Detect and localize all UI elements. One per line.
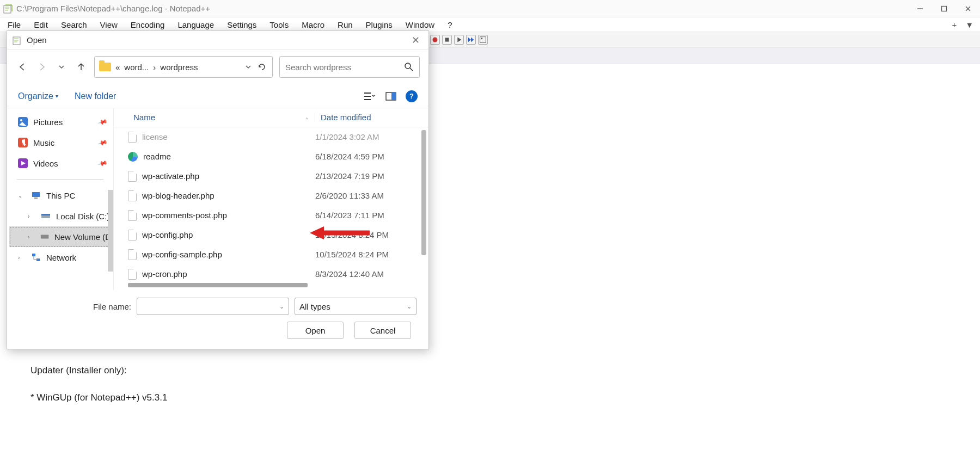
file-icon: [128, 132, 137, 143]
menu-macro[interactable]: Macro: [302, 20, 324, 29]
save-macro-icon[interactable]: [478, 35, 488, 45]
file-list-header[interactable]: Name˄ Date modified: [114, 108, 428, 127]
file-row[interactable]: readme6/18/2024 4:59 PM: [114, 147, 428, 167]
menu-run[interactable]: Run: [338, 20, 353, 29]
menu-help[interactable]: ?: [448, 20, 452, 29]
svg-rect-19: [32, 254, 35, 256]
menu-settings[interactable]: Settings: [227, 20, 256, 29]
file-icon: [128, 171, 137, 182]
recent-locations-button[interactable]: [55, 60, 68, 73]
file-row[interactable]: wp-config.php10/15/2024 8:24 PM: [114, 225, 428, 245]
breadcrumb-seg1[interactable]: word...: [124, 63, 149, 72]
help-button[interactable]: ?: [406, 90, 418, 102]
open-button[interactable]: Open: [287, 322, 344, 339]
menu-search[interactable]: Search: [61, 20, 87, 29]
svg-point-7: [405, 63, 411, 69]
view-layout-button[interactable]: [362, 89, 376, 103]
dialog-title: Open: [27, 35, 47, 45]
file-date: 2/6/2020 11:33 AM: [315, 191, 384, 200]
search-box[interactable]: [279, 56, 420, 78]
preview-pane-button[interactable]: [384, 89, 398, 103]
breadcrumb-seg2[interactable]: wordpress: [160, 63, 198, 72]
address-history-icon[interactable]: [245, 64, 252, 70]
tree-network[interactable]: › Network: [9, 247, 111, 268]
pin-icon: 📌: [97, 137, 108, 148]
nav-tree[interactable]: Pictures📌 Music📌 Videos📌 ⌄ This PC › Loc…: [7, 108, 114, 290]
filename-input[interactable]: ⌄: [137, 298, 289, 315]
tree-cdrive[interactable]: › Local Disk (C:): [9, 206, 111, 226]
file-date: 10/15/2024 8:24 PM: [315, 230, 389, 239]
edge-icon: [128, 152, 138, 162]
file-row[interactable]: wp-cron.php8/3/2024 12:40 AM: [114, 264, 428, 280]
window-title: C:\Program Files\Notepad++\change.log - …: [16, 4, 210, 13]
tree-music[interactable]: Music📌: [9, 132, 111, 153]
menu-edit[interactable]: Edit: [34, 20, 48, 29]
address-bar[interactable]: « word... › wordpress: [94, 56, 273, 78]
file-name: wp-config.php: [142, 230, 193, 239]
cancel-button[interactable]: Cancel: [354, 322, 411, 339]
record-icon[interactable]: [430, 35, 440, 45]
organize-menu[interactable]: Organize▾: [18, 91, 58, 101]
menubar: File Edit Search View Encoding Language …: [0, 17, 980, 32]
svg-rect-14: [32, 192, 40, 197]
breadcrumb-sep-icon: ›: [153, 63, 156, 72]
file-list[interactable]: license1/1/2024 3:02 AMreadme6/18/2024 4…: [114, 127, 428, 280]
window-titlebar: C:\Program Files\Notepad++\change.log - …: [0, 0, 980, 17]
file-row[interactable]: wp-blog-header.php2/6/2020 11:33 AM: [114, 186, 428, 206]
chevron-right-icon[interactable]: ›: [28, 213, 35, 219]
up-button[interactable]: [75, 60, 88, 73]
tree-thispc[interactable]: ⌄ This PC: [9, 185, 111, 206]
file-row[interactable]: license1/1/2024 3:02 AM: [114, 127, 428, 147]
column-date[interactable]: Date modified: [315, 113, 371, 122]
tree-videos[interactable]: Videos📌: [9, 153, 111, 174]
play-icon[interactable]: [454, 35, 464, 45]
svg-rect-1: [942, 7, 947, 11]
file-name: wp-blog-header.php: [142, 191, 215, 200]
tree-pictures[interactable]: Pictures📌: [9, 112, 111, 132]
file-name: wp-config-sample.php: [142, 250, 222, 259]
refresh-button[interactable]: [256, 62, 268, 72]
minimize-button[interactable]: [908, 0, 932, 17]
file-row[interactable]: wp-config-sample.php10/15/2024 8:24 PM: [114, 245, 428, 264]
forward-button[interactable]: [35, 60, 48, 73]
menu-window[interactable]: Window: [406, 20, 434, 29]
file-row[interactable]: wp-comments-post.php6/14/2023 7:11 PM: [114, 206, 428, 225]
fastforward-icon[interactable]: [466, 35, 476, 45]
chevron-down-icon[interactable]: ⌄: [18, 193, 26, 199]
file-list-vscrollbar[interactable]: [421, 130, 426, 255]
file-date: 6/18/2024 4:59 PM: [315, 152, 384, 161]
file-list-hscrollbar[interactable]: [114, 280, 428, 290]
dialog-close-button[interactable]: ✕: [408, 33, 423, 48]
new-folder-button[interactable]: New folder: [75, 91, 116, 101]
notepadpp-icon: [13, 35, 22, 45]
chevron-down-icon[interactable]: ⌄: [407, 303, 412, 310]
chevron-down-icon[interactable]: ⌄: [279, 303, 284, 310]
stop-icon[interactable]: [442, 35, 452, 45]
videos-icon: [18, 158, 28, 168]
menu-file[interactable]: File: [8, 20, 21, 29]
chevron-right-icon[interactable]: ›: [18, 255, 26, 261]
chevron-right-icon[interactable]: ›: [28, 234, 35, 240]
menu-tools[interactable]: Tools: [270, 20, 289, 29]
file-row[interactable]: wp-activate.php2/13/2024 7:19 PM: [114, 167, 428, 186]
chevron-down-icon: ▾: [56, 93, 58, 99]
menu-plugins[interactable]: Plugins: [366, 20, 393, 29]
tree-scrollbar[interactable]: [108, 190, 113, 272]
back-button[interactable]: [16, 60, 29, 73]
search-input[interactable]: [285, 63, 404, 72]
column-name[interactable]: Name˄: [114, 113, 315, 122]
menu-language[interactable]: Language: [177, 20, 214, 29]
menu-view[interactable]: View: [100, 20, 118, 29]
close-button[interactable]: [956, 0, 980, 17]
search-icon[interactable]: [404, 62, 414, 72]
music-icon: [18, 138, 28, 147]
file-date: 1/1/2024 3:02 AM: [315, 132, 379, 141]
maximize-button[interactable]: [932, 0, 956, 17]
svg-point-11: [20, 119, 22, 121]
menu-encoding[interactable]: Encoding: [131, 20, 165, 29]
menu-more-icon[interactable]: ▼: [965, 20, 973, 29]
file-type-select[interactable]: All types⌄: [295, 298, 416, 315]
tree-newvolume[interactable]: › New Volume (D: [9, 226, 111, 247]
add-tab-icon[interactable]: +: [952, 20, 957, 29]
file-name: wp-activate.php: [142, 171, 199, 181]
